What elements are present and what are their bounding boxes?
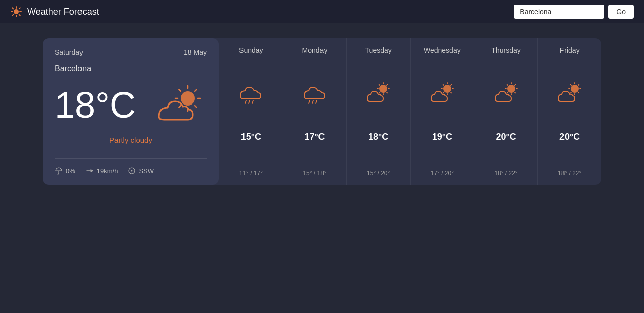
svg-line-62 xyxy=(571,85,571,85)
today-date: 18 May xyxy=(184,48,207,56)
today-card: Saturday 18 May Barcelona 18°C xyxy=(43,38,219,185)
svg-point-0 xyxy=(14,9,19,14)
svg-point-30 xyxy=(379,85,387,93)
app-title: Weather Forecast xyxy=(27,7,99,17)
today-details: 0% 19km/h SSW xyxy=(55,158,207,175)
day-temp-wednesday: 19°C xyxy=(432,132,452,142)
tuesday-weather-icon xyxy=(365,82,391,104)
direction-detail: SSW xyxy=(128,167,154,175)
day-name-sunday: Sunday xyxy=(239,46,263,54)
app-header: Weather Forecast Go xyxy=(0,0,644,23)
day-name-monday: Monday xyxy=(302,46,328,54)
day-card-monday: Monday 17°C 15° / 18° xyxy=(283,38,347,185)
svg-line-6 xyxy=(19,15,20,16)
today-weather-icon xyxy=(151,82,207,128)
svg-point-9 xyxy=(181,91,195,106)
svg-line-7 xyxy=(19,8,20,9)
sun-icon xyxy=(10,6,22,18)
svg-line-24 xyxy=(245,100,246,103)
day-range-thursday: 18° / 22° xyxy=(494,170,517,177)
compass-icon xyxy=(128,167,136,175)
wind-detail: 19km/h xyxy=(86,167,118,175)
direction-value: SSW xyxy=(139,167,154,175)
svg-line-26 xyxy=(252,100,253,103)
day-card-thursday: Thursday 20°C 18° / 22° xyxy=(474,38,538,185)
svg-line-17 xyxy=(179,106,181,108)
svg-line-55 xyxy=(514,85,515,85)
day-range-sunday: 11° / 17° xyxy=(239,170,263,177)
svg-point-57 xyxy=(571,85,579,93)
svg-line-53 xyxy=(507,85,507,85)
svg-line-15 xyxy=(195,106,197,108)
sunday-weather-icon xyxy=(238,82,264,104)
day-temp-tuesday: 18°C xyxy=(368,132,388,142)
day-range-wednesday: 17° / 20° xyxy=(431,170,454,177)
day-name-thursday: Thursday xyxy=(491,46,520,54)
day-name-wednesday: Wednesday xyxy=(424,46,461,54)
svg-line-5 xyxy=(12,8,13,9)
precipitation-icon xyxy=(55,167,63,175)
svg-line-25 xyxy=(249,100,250,103)
svg-line-46 xyxy=(451,85,451,85)
today-temp: 18°C xyxy=(55,87,136,123)
day-card-sunday: Sunday 15°C 11° / 17° xyxy=(219,38,283,185)
svg-point-23 xyxy=(131,170,133,172)
svg-line-29 xyxy=(316,100,317,103)
monday-weather-icon xyxy=(302,82,328,104)
svg-line-63 xyxy=(578,92,579,93)
day-cards: Sunday 15°C 11° / 17° Monday xyxy=(219,38,601,185)
svg-line-44 xyxy=(443,85,444,85)
search-input[interactable] xyxy=(514,5,604,19)
svg-line-37 xyxy=(387,85,387,85)
svg-point-39 xyxy=(443,85,451,93)
day-card-wednesday: Wednesday 19°C 17° / 20° xyxy=(410,38,474,185)
svg-line-14 xyxy=(179,89,181,91)
svg-line-36 xyxy=(387,92,387,93)
today-header: Saturday 18 May xyxy=(55,48,207,56)
day-temp-monday: 17°C xyxy=(304,132,325,142)
go-button[interactable]: Go xyxy=(608,5,634,19)
header-right: Go xyxy=(514,5,634,19)
header-left: Weather Forecast xyxy=(10,6,99,18)
forecast-container: Saturday 18 May Barcelona 18°C xyxy=(43,38,601,185)
day-range-monday: 15° / 18° xyxy=(303,170,326,177)
wind-value: 19km/h xyxy=(97,167,118,175)
day-name-tuesday: Tuesday xyxy=(365,46,392,54)
svg-line-16 xyxy=(195,89,197,91)
svg-line-28 xyxy=(312,100,313,103)
today-day: Saturday xyxy=(55,48,83,56)
svg-line-8 xyxy=(12,15,13,16)
friday-weather-icon xyxy=(556,82,583,104)
today-city: Barcelona xyxy=(55,64,207,73)
wind-icon xyxy=(86,167,94,175)
day-name-friday: Friday xyxy=(560,46,580,54)
svg-line-35 xyxy=(379,85,380,85)
day-card-friday: Friday 20°C 18° / 22° xyxy=(537,38,601,185)
svg-point-48 xyxy=(507,85,515,93)
svg-line-54 xyxy=(514,92,515,93)
precipitation-value: 0% xyxy=(66,167,75,175)
svg-line-38 xyxy=(379,92,380,93)
today-condition: Partly cloudy xyxy=(55,136,207,144)
svg-line-47 xyxy=(443,92,444,93)
svg-line-64 xyxy=(578,85,579,85)
svg-line-56 xyxy=(507,92,507,93)
day-card-tuesday: Tuesday 18°C 15° / 20° xyxy=(346,38,410,185)
svg-line-27 xyxy=(309,100,310,103)
svg-line-65 xyxy=(571,92,571,93)
thursday-weather-icon xyxy=(493,82,519,104)
day-temp-thursday: 20°C xyxy=(496,132,516,142)
precipitation-detail: 0% xyxy=(55,167,75,175)
svg-line-45 xyxy=(451,92,451,93)
day-range-tuesday: 15° / 20° xyxy=(367,170,390,177)
today-main: 18°C xyxy=(55,82,207,128)
wednesday-weather-icon xyxy=(429,82,455,104)
main-content: Saturday 18 May Barcelona 18°C xyxy=(0,23,644,200)
day-temp-sunday: 15°C xyxy=(241,132,261,142)
day-range-friday: 18° / 22° xyxy=(558,170,581,177)
day-temp-friday: 20°C xyxy=(559,132,580,142)
